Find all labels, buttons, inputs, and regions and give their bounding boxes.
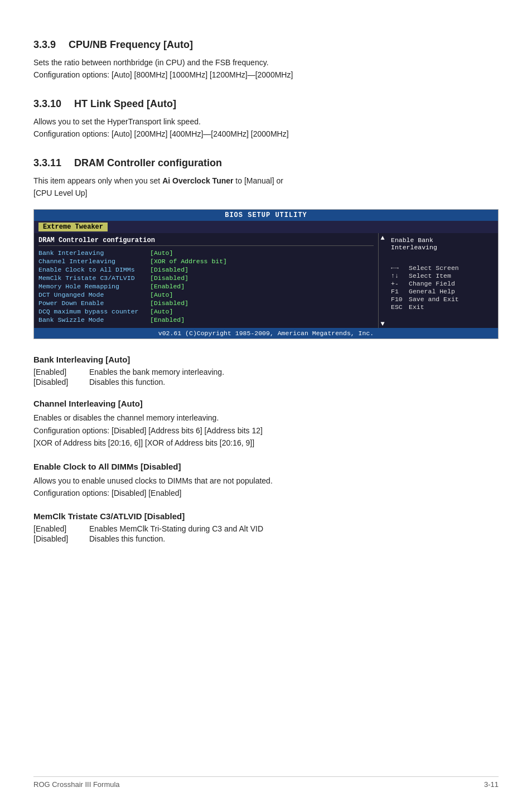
sub-section-channel-interleaving: Channel Interleaving [Auto]Enables or di… [33,399,499,449]
bios-help-title: Enable Bank Interleaving [391,236,494,251]
bios-row: DCT Unganged Mode[Auto] [38,291,374,298]
footer-left: ROG Crosshair III Formula [33,780,120,789]
bios-row: Enable Clock to All DIMMs[Disabled] [38,266,374,273]
bios-footer: v02.61 (C)Copyright 1985-2009, American … [34,328,498,339]
bios-row-val: [Enabled] [150,283,185,290]
bios-row-val: [Disabled] [150,266,188,273]
bios-tab-extreme-tweaker: Extreme Tweaker [38,223,108,231]
bios-row-val: [Auto] [150,291,173,298]
page-footer: ROG Crosshair III Formula 3-11 [33,776,499,789]
option-desc: Enables MemClk Tri-Stating during C3 and… [89,524,263,533]
section-3311-body: This item appears only when you set Ai O… [33,175,499,200]
bios-section-title: DRAM Controller configuration [38,236,374,246]
bios-help-line: ←→Select Screen [391,264,494,272]
section-339-body: Sets the ratio between northbridge (in C… [33,56,499,81]
sub-heading-bank-interleaving: Bank Interleaving [Auto] [33,355,499,364]
sub-body-channel-interleaving: Enables or disables the channel memory i… [33,412,499,449]
option-desc: Disables this function. [89,534,165,543]
bios-screenshot: BIOS SETUP UTILITY Extreme Tweaker DRAM … [33,209,499,339]
bios-row-key: Channel Interleaving [38,258,150,265]
bios-help-line: +-Change Field [391,280,494,287]
bios-right-panel: Enable Bank Interleaving ←→Select Screen… [386,233,498,328]
bios-help-line: ESCExit [391,303,494,311]
bios-title-bar: BIOS SETUP UTILITY [34,210,498,221]
bios-content: DRAM Controller configuration Bank Inter… [34,233,498,328]
bios-row-key: Power Down Enable [38,299,150,307]
option-key: [Enabled] [33,368,89,376]
option-desc: Enables the bank memory interleaving. [89,368,224,376]
section-3310-body: Allows you to set the HyperTransport lin… [33,115,499,141]
bios-row-key: Memory Hole Remapping [38,283,150,290]
option-key: [Disabled] [33,378,89,386]
option-row: [Disabled]Disables this function. [33,378,499,386]
sub-body-enable-clock: Allows you to enable unused clocks to DI… [33,475,499,500]
bios-help-keys: ←→Select Screen↑↓Select Item+-Change Fie… [391,264,494,311]
bios-row: MemClk Tristate C3/ATLVID[Disabled] [38,274,374,282]
bios-row: Channel Interleaving[XOR of Address bit] [38,258,374,265]
bios-row-key: Bank Swizzle Mode [38,316,150,323]
bios-row-key: MemClk Tristate C3/ATLVID [38,274,150,282]
section-3310-heading: 3.3.10 HT Link Speed [Auto] [33,98,499,110]
bios-row-key: DCQ maximum bypass counter [38,308,150,315]
bios-rows: Bank Interleaving[Auto]Channel Interleav… [38,249,374,323]
bios-row-val: [Disabled] [150,274,188,282]
option-row: [Enabled]Enables the bank memory interle… [33,368,499,376]
section-3311: 3.3.11 DRAM Controller configuration Thi… [33,157,499,200]
section-339-heading: 3.3.9 CPU/NB Frequency [Auto] [33,39,499,51]
bios-row-val: [XOR of Address bit] [150,258,227,265]
bios-row-val: [Disabled] [150,299,188,307]
bios-row-key: DCT Unganged Mode [38,291,150,298]
sub-heading-enable-clock: Enable Clock to All DIMMs [Disabled] [33,462,499,471]
bios-help-line: F1General Help [391,288,494,295]
bios-row-val: [Auto] [150,308,173,315]
option-key: [Enabled] [33,524,89,533]
bios-row-val: [Enabled] [150,316,185,323]
bios-row-key: Enable Clock to All DIMMs [38,266,150,273]
sub-section-enable-clock: Enable Clock to All DIMMs [Disabled]Allo… [33,462,499,500]
sub-section-memclk-tristate: MemClk Tristate C3/ATLVID [Disabled][Ena… [33,511,499,543]
footer-right: 3-11 [484,780,499,789]
bios-help-line: ↑↓Select Item [391,272,494,279]
bios-row-val: [Auto] [150,249,173,257]
bios-scrollbar: ▲ ▼ [379,233,386,328]
bios-row: Memory Hole Remapping[Enabled] [38,283,374,290]
bios-help-line: F10Save and Exit [391,296,494,303]
bios-row: DCQ maximum bypass counter[Auto] [38,308,374,315]
option-row: [Enabled]Enables MemClk Tri-Stating duri… [33,524,499,533]
bios-row-key: Bank Interleaving [38,249,150,257]
bios-row: Bank Swizzle Mode[Enabled] [38,316,374,323]
bios-row: Power Down Enable[Disabled] [38,299,374,307]
bios-tab-bar: Extreme Tweaker [34,221,498,233]
section-3310: 3.3.10 HT Link Speed [Auto] Allows you t… [33,98,499,141]
sub-heading-memclk-tristate: MemClk Tristate C3/ATLVID [Disabled] [33,511,499,521]
sub-sections: Bank Interleaving [Auto][Enabled]Enables… [33,355,499,543]
bios-left-panel: DRAM Controller configuration Bank Inter… [34,233,379,328]
sub-heading-channel-interleaving: Channel Interleaving [Auto] [33,399,499,408]
option-row: [Disabled]Disables this function. [33,534,499,543]
option-desc: Disables this function. [89,378,165,386]
sub-section-bank-interleaving: Bank Interleaving [Auto][Enabled]Enables… [33,355,499,386]
option-key: [Disabled] [33,534,89,543]
bios-row: Bank Interleaving[Auto] [38,249,374,257]
section-339: 3.3.9 CPU/NB Frequency [Auto] Sets the r… [33,39,499,81]
section-3311-heading: 3.3.11 DRAM Controller configuration [33,157,499,169]
